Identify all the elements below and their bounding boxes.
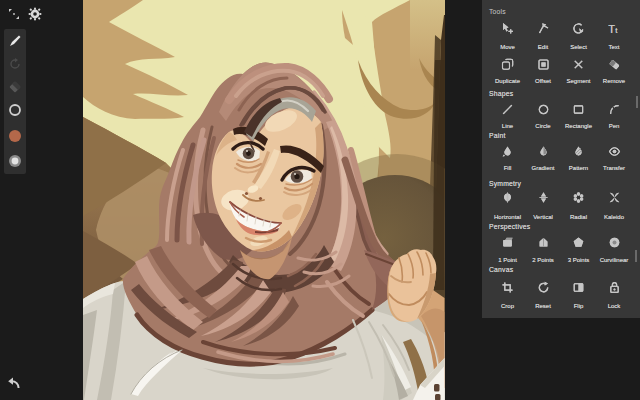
svg-text:t: t <box>615 25 618 34</box>
svg-text:T: T <box>608 22 615 34</box>
